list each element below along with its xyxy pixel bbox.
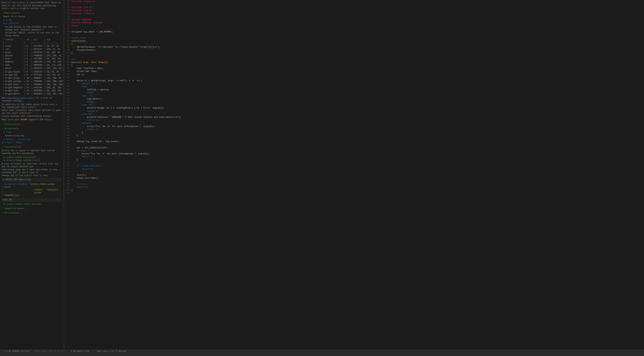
line-number: 68 — [64, 146, 71, 149]
line-number: 53 — [64, 100, 71, 103]
line-number: 55 — [64, 106, 71, 110]
code-line: 65 — [64, 137, 644, 140]
srcery-height[interactable]: ● srcery-theme-org-height... — [2, 156, 62, 159]
line-content: fflush(stdout); — [71, 49, 644, 52]
code-block-begin: ● #BEGIN_SRC emacs-lisp — [2, 178, 62, 182]
line-number — [64, 198, 71, 201]
line-number: 52 — [64, 97, 71, 100]
lisp-bullet: ● Lisp — [2, 131, 62, 134]
installation-title[interactable]: ○ Installation... — [2, 123, 62, 126]
code-line: 36 fflush(stdout); — [64, 49, 644, 52]
code-line: 67 — [64, 143, 644, 146]
code-line: 52 log_level++; — [64, 97, 644, 100]
line-content: - — [71, 207, 644, 210]
code-line: 31 — [64, 33, 644, 36]
code-line: 40main(int argc, char *argv[]) — [64, 61, 644, 64]
code-line: 57 case 'V': — [64, 113, 644, 116]
line-content — [71, 3, 644, 6]
code-line: 58 printf("i3blocks " VERSION " © 2014 V… — [64, 116, 644, 119]
addition-text: In addition to the table above Srcery us… — [2, 103, 62, 118]
line-content: { — [71, 43, 644, 46]
line-content: return 1; — [71, 155, 644, 158]
term-link[interactable]: via-srcery/term.colors — [7, 97, 34, 99]
line-content: static void — [71, 36, 644, 39]
line-number — [64, 207, 71, 210]
code-line: - — [64, 207, 644, 210]
line-number: 40 — [64, 61, 71, 64]
line-content: fprintf(stdout, "{\"version\":1,\"click_… — [71, 46, 644, 49]
code-line: 37} — [64, 52, 644, 55]
line-number: 44 — [64, 73, 71, 76]
line-number: 81 — [64, 186, 71, 189]
code-line: 50 break; — [64, 91, 644, 94]
terminal-desc: To use Srcery in the terminal you need t… — [2, 26, 62, 37]
line-number: 63 — [64, 131, 71, 134]
code-line: 53 break; — [64, 100, 644, 103]
line-content: return 1; — [71, 128, 644, 131]
line-content — [71, 27, 644, 30]
customization-title: ○ Customization — [2, 145, 62, 148]
line-content: return 0; — [71, 186, 644, 189]
code-line: 76 — [64, 171, 644, 174]
code-line: 69 if (bar) { — [64, 149, 644, 152]
code-line: 59 return 0; — [64, 119, 644, 122]
line-content: while (c = getopt(argc, argv, "c:vhV"), … — [71, 79, 644, 82]
supported-title[interactable]: ○ Supported modes... — [2, 207, 62, 210]
code-line: 43 struct bar *bar; — [64, 70, 644, 73]
line-number: 50 — [64, 91, 71, 94]
line-number: 30 — [64, 30, 71, 33]
code-line: 70 error("Try '%s -h' for more informati… — [64, 152, 644, 155]
invert-bullet[interactable]: ● srcery-theme-invert-matches... — [2, 203, 62, 206]
python-bullet[interactable]: ● Python / JavaScript... — [2, 138, 62, 141]
code-line: 35 fprintf(stdout, "{\"version\":1,\"cli… — [64, 46, 644, 49]
line-content — [71, 143, 644, 146]
srcery-colors[interactable]: ● srcery-theme-custom-colors — [2, 159, 62, 162]
code-line: 28#endif — [64, 24, 644, 27]
code-line: 79 — [64, 180, 644, 183]
code-line: 34{ — [64, 43, 644, 46]
term-warning: Make sure your $TERM supports 256 colors… — [2, 118, 62, 121]
right-pane[interactable]: 20#include <stdio.h>2122#include "ini.h"… — [64, 0, 644, 350]
code-line: - — [64, 204, 644, 207]
intro-text: Port of via-srcery, a colorscheme that f… — [2, 1, 62, 10]
lisp-asset: assets/lisp.png — [2, 134, 62, 137]
line-number: 35 — [64, 46, 71, 49]
line-number: 61 — [64, 125, 71, 128]
color-table: | TERMCOL | NR | HEX | RGB | |------- |-… — [2, 38, 64, 96]
line-content: printf("Usage: %s [-c <configfile>] [-h]… — [71, 106, 644, 110]
line-content: struct bar *bar; — [71, 70, 644, 73]
line-number: 66 — [64, 140, 71, 143]
line-content: unsigned log_level = LOG_NORMAL; — [71, 30, 644, 33]
line-content: break; — [71, 100, 644, 103]
line-content: int c; — [71, 73, 644, 76]
line-content: return 1; — [71, 168, 644, 171]
line-content: int — [71, 58, 644, 61]
gui-bullet[interactable]: ● ● GUI... — [2, 19, 62, 22]
line-number: 46 — [64, 79, 71, 82]
line-content: } — [71, 52, 644, 55]
line-content: case 'V': — [71, 113, 644, 116]
code-line: 61 error("Try '%s -h' for more informati… — [64, 125, 644, 128]
line-content: if (bar) { — [71, 149, 644, 152]
line-content: bar = ini_load(inifile); — [71, 146, 644, 149]
line-number — [64, 213, 71, 216]
line-number: 51 — [64, 94, 71, 97]
line-content: char *inifile = NULL; — [71, 67, 644, 70]
code-line: 48 case 'c': — [64, 85, 644, 88]
line-number: 79 — [64, 180, 71, 183]
attribution-title[interactable]: ○ Attribution... — [2, 211, 62, 214]
left-pane[interactable]: Port of via-srcery, a colorscheme that f… — [0, 0, 64, 350]
line-content: break; — [71, 91, 644, 94]
code-line: 72 } — [64, 158, 644, 161]
line-number: 25 — [64, 15, 71, 18]
line-content: #define VERSION "unknown" — [71, 21, 644, 24]
code-line: 47 switch (c) { — [64, 82, 644, 85]
rust-bullet[interactable]: | ● Rust / Magit... — [2, 141, 62, 144]
line-content: switch (c) { — [71, 82, 644, 85]
line-number: 47 — [64, 82, 71, 85]
code-line: 71 return 1; — [64, 155, 644, 158]
line-number: 29 — [64, 27, 71, 30]
code-line: 26#ifndef VERSION — [64, 18, 644, 21]
screenshots-title[interactable]: ○ Screenshots — [2, 127, 62, 130]
code-line: 80 //stop(); — [64, 183, 644, 186]
